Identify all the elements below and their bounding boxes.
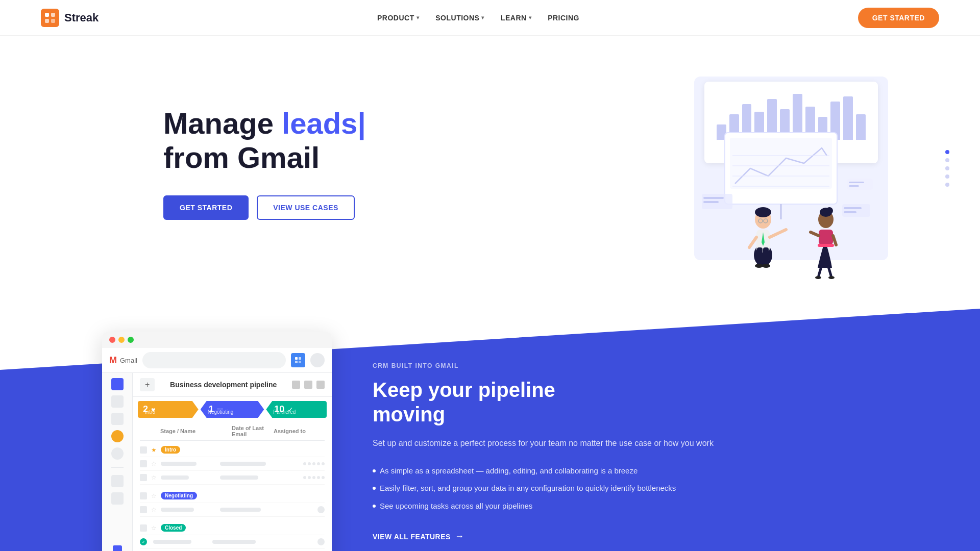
svg-rect-45	[299, 357, 301, 360]
dot-4[interactable]	[945, 174, 949, 179]
hero-section: Manage leads| from Gmail GET STARTED VIE…	[0, 36, 980, 301]
sidebar-icon-4[interactable]	[111, 430, 124, 442]
logo[interactable]: Streak	[41, 9, 99, 27]
check-icon-1: ✓	[140, 538, 147, 545]
svg-line-26	[819, 267, 821, 276]
stage-intro[interactable]: 2 ♥ Intro	[138, 401, 199, 418]
pipeline-stages: 2 ♥ Intro 1 ≡≡ Negotiating 10 ✓ Part	[133, 397, 332, 422]
titlebar-close[interactable]	[109, 337, 115, 343]
row-checkbox-neg-1[interactable]	[140, 506, 147, 513]
svg-rect-41	[847, 179, 873, 190]
logo-text: Streak	[64, 11, 99, 24]
illustration-people	[674, 117, 888, 260]
plus-icon: +	[145, 380, 150, 389]
section-label: CRM BUILT INTO GMAIL	[373, 362, 939, 369]
svg-rect-15	[763, 247, 769, 265]
nav-get-started-button[interactable]: GET STARTED	[858, 8, 939, 28]
view-all-features-link[interactable]: VIEW ALL FEATURES →	[373, 531, 939, 542]
nav-pricing[interactable]: PRICING	[542, 10, 585, 26]
navbar: Streak PRODUCT ▾ SOLUTIONS ▾ LEARN ▾ PRI…	[0, 0, 980, 36]
bullet-2: Easily filter, sort, and group your data…	[373, 480, 939, 497]
sidebar-icon-8[interactable]	[113, 545, 122, 551]
nav-solutions[interactable]: SOLUTIONS ▾	[429, 10, 491, 26]
more-icon[interactable]	[316, 381, 325, 389]
pipeline-header-icons	[292, 381, 325, 389]
section-heading: Keep your pipelinemoving	[373, 378, 939, 427]
dot-navigation	[945, 150, 949, 187]
mockup-table: Stage / Name Date of Last Email Assigned…	[133, 422, 332, 551]
row-checkbox-1[interactable]	[140, 460, 147, 467]
gmail-m-icon: M	[109, 355, 117, 366]
titlebar-maximize[interactable]	[128, 337, 134, 343]
settings-icon[interactable]	[317, 506, 325, 513]
sidebar-icon-3[interactable]	[111, 413, 124, 425]
row-dots-1	[303, 462, 325, 465]
dot-3[interactable]	[945, 166, 949, 170]
table-row-neg-1: ☆	[140, 503, 325, 517]
nav-product[interactable]: PRODUCT ▾	[371, 10, 425, 26]
chevron-down-icon: ▾	[416, 15, 420, 20]
mockup-main: + Business development pipeline 2	[133, 373, 332, 551]
table-row-2: ☆	[140, 471, 325, 485]
row-star-neg[interactable]: ☆	[151, 492, 157, 499]
sidebar-icon-5[interactable]	[111, 447, 124, 460]
titlebar-minimize[interactable]	[118, 337, 125, 343]
svg-line-21	[749, 237, 756, 247]
gmail-search-input[interactable]	[142, 352, 286, 368]
sidebar-icon-1[interactable]	[111, 378, 124, 390]
row-star-neg-1[interactable]: ☆	[151, 506, 157, 513]
svg-rect-38	[842, 204, 870, 217]
streak-icon[interactable]	[291, 353, 305, 367]
row-checkbox-2[interactable]	[140, 474, 147, 481]
table-row-closed-2: ✓	[140, 549, 325, 551]
svg-line-27	[828, 267, 831, 276]
svg-rect-24	[819, 230, 833, 245]
add-button[interactable]: +	[140, 378, 155, 391]
stage-partnered[interactable]: 10 ✓ Partnered	[266, 401, 327, 418]
stage-neg-label: Negotiating	[208, 409, 234, 415]
table-row-intro-badge: ★ Intro	[140, 443, 325, 457]
nav-learn[interactable]: LEARN ▾	[495, 10, 537, 26]
svg-rect-3	[51, 19, 55, 23]
dot-5[interactable]	[945, 183, 949, 187]
row-star[interactable]: ★	[151, 446, 157, 454]
mockup-left-sidebar	[102, 373, 133, 551]
sidebar-icon-7[interactable]	[111, 492, 124, 505]
table-row-1: ☆	[140, 457, 325, 471]
filter-icon[interactable]	[292, 381, 300, 389]
row-star-closed[interactable]: ☆	[151, 524, 157, 532]
row-star-2[interactable]: ☆	[151, 474, 157, 481]
gmail-logo: M Gmail	[109, 355, 137, 366]
group-negotiating: ☆ Negotiating ☆	[140, 487, 325, 519]
svg-line-20	[770, 230, 786, 237]
chart-icon[interactable]	[304, 381, 312, 389]
svg-point-19	[755, 207, 771, 217]
bullet-3: See upcoming tasks across all your pipel…	[373, 497, 939, 515]
svg-rect-25	[818, 244, 834, 247]
gmail-avatar[interactable]	[310, 353, 325, 367]
svg-point-32	[826, 207, 833, 214]
sidebar-icon-6[interactable]	[111, 475, 124, 487]
svg-rect-39	[844, 207, 862, 209]
stage-negotiating[interactable]: 1 ≡≡ Negotiating	[201, 401, 264, 418]
table-row-closed-1: ✓	[140, 535, 325, 549]
svg-rect-40	[844, 211, 856, 213]
hero-buttons: GET STARTED VIEW USE CASES	[163, 195, 366, 220]
row-checkbox[interactable]	[140, 446, 147, 454]
dot-1[interactable]	[945, 150, 949, 154]
right-content: CRM BUILT INTO GMAIL Keep your pipelinem…	[373, 321, 939, 542]
dot-2[interactable]	[945, 158, 949, 162]
hero-view-use-cases-button[interactable]: VIEW USE CASES	[257, 195, 355, 220]
row-star-1[interactable]: ☆	[151, 460, 157, 467]
mockup-toolbar: M Gmail	[102, 348, 332, 373]
row-checkbox-closed[interactable]	[140, 524, 147, 532]
row-checkbox-neg[interactable]	[140, 492, 147, 499]
stage-partner-label: Partnered	[273, 409, 296, 415]
lower-content: M Gmail	[0, 301, 980, 551]
table-row-neg-badge: ☆ Negotiating	[140, 489, 325, 503]
hero-content: Manage leads| from Gmail GET STARTED VIE…	[163, 107, 366, 219]
mockup-body: + Business development pipeline 2	[102, 373, 332, 551]
settings-icon-2[interactable]	[317, 538, 325, 545]
hero-get-started-button[interactable]: GET STARTED	[163, 195, 249, 220]
sidebar-icon-2[interactable]	[111, 395, 124, 408]
